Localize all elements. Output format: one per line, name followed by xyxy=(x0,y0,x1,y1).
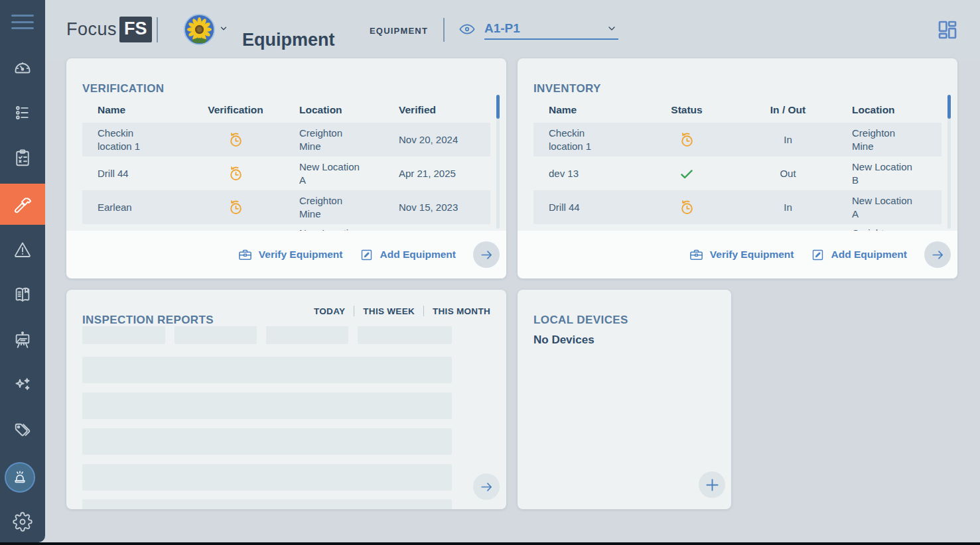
verification-card-title: VERIFICATION xyxy=(82,82,165,95)
cell-location: New Location A xyxy=(839,194,942,221)
sidebar-item-assist[interactable] xyxy=(0,371,45,400)
pencil-square-icon xyxy=(811,248,825,262)
scrollbar-thumb[interactable] xyxy=(947,95,951,119)
top-header: Focus FS xyxy=(45,0,980,60)
add-device-button[interactable] xyxy=(699,471,725,498)
eye-icon xyxy=(457,21,477,38)
page-title: Equipment xyxy=(242,30,335,50)
cell-location: Creighton Mine xyxy=(839,127,942,153)
inspection-period-tabs: TODAY THIS WEEK THIS MONTH xyxy=(314,306,490,316)
table-row[interactable]: Checkin location 1 In Creighton Mine xyxy=(533,123,942,156)
inspection-reports-title: INSPECTION REPORTS xyxy=(82,314,214,327)
table-row[interactable]: Creighton Mine xyxy=(533,224,942,231)
verification-table-header: Name Verification Location Verified xyxy=(82,98,490,123)
cell-verified: Nov 20, 2024 xyxy=(382,133,490,147)
pending-clock-icon xyxy=(227,198,245,216)
skeleton-block xyxy=(82,326,165,344)
local-devices-title: LOCAL DEVICES xyxy=(533,314,628,327)
column-header-verified: Verified xyxy=(382,103,490,117)
cell-location: New Location A xyxy=(285,160,382,187)
cell-name xyxy=(533,224,637,227)
view-select[interactable]: A1-P1 xyxy=(484,18,618,40)
sidebar-item-tasks[interactable] xyxy=(0,98,45,127)
sidebar-item-dashboard[interactable] xyxy=(0,53,45,82)
skeleton-block xyxy=(175,326,257,344)
no-devices-message: No Devices xyxy=(533,333,595,347)
arrow-right-icon xyxy=(479,247,494,263)
inventory-card: INVENTORY Name Status In / Out Location … xyxy=(518,58,957,278)
sidebar-item-training[interactable] xyxy=(0,326,45,355)
tab-this-month[interactable]: THIS MONTH xyxy=(433,306,490,316)
open-inspection-reports-arrow-button[interactable] xyxy=(473,473,500,500)
hamburger-menu-button[interactable] xyxy=(11,15,34,29)
cell-in-out: Out xyxy=(736,167,839,180)
logo-badge: FS xyxy=(119,17,152,42)
pending-clock-icon xyxy=(227,131,245,149)
warning-triangle-icon xyxy=(13,239,33,259)
check-icon xyxy=(678,165,695,182)
sidebar-item-hazards[interactable] xyxy=(0,235,45,264)
inventory-table: Name Status In / Out Location Checkin lo… xyxy=(533,98,942,231)
cell-name: Drill 44 xyxy=(533,201,637,214)
tab-today[interactable]: TODAY xyxy=(314,306,345,316)
table-row[interactable]: Earlean Creighton Mine Nov 15, 2023 xyxy=(82,190,490,224)
chevron-down-icon xyxy=(606,23,617,34)
skeleton-block xyxy=(82,428,452,455)
window-bottom-edge xyxy=(0,542,980,545)
table-row[interactable]: New Location xyxy=(82,224,490,231)
clipboard-icon xyxy=(13,148,33,168)
cell-location: Creighton Mine xyxy=(285,127,382,153)
tab-divider xyxy=(354,306,354,316)
sidebar-item-equipment[interactable] xyxy=(0,184,45,225)
tab-this-week[interactable]: THIS WEEK xyxy=(363,306,415,316)
easel-icon xyxy=(13,330,33,350)
skeleton-block xyxy=(82,499,452,509)
open-inventory-arrow-button[interactable] xyxy=(924,241,951,268)
gauge-icon xyxy=(13,58,33,78)
add-equipment-label: Add Equipment xyxy=(831,249,907,261)
logo-text: Focus xyxy=(66,19,117,40)
scrollbar-thumb[interactable] xyxy=(496,95,500,119)
skeleton-block xyxy=(358,326,452,344)
table-row[interactable]: dev 13 Out New Location B xyxy=(533,156,942,190)
cell-verified: Apr 21, 2025 xyxy=(382,167,490,180)
sidebar-item-settings[interactable] xyxy=(0,507,45,536)
pending-clock-icon xyxy=(678,131,696,149)
table-row[interactable]: Checkin location 1 Creighton Mine Nov 20… xyxy=(82,123,490,156)
verify-equipment-button[interactable]: Verify Equipment xyxy=(238,247,343,263)
verify-equipment-label: Verify Equipment xyxy=(710,249,794,261)
verification-table: Name Verification Location Verified Chec… xyxy=(82,98,490,231)
open-equipment-arrow-button[interactable] xyxy=(473,241,500,268)
toolbox-icon xyxy=(238,247,253,263)
cell-location: New Location B xyxy=(839,160,942,187)
cell-in-out xyxy=(736,224,839,227)
cell-name: Checkin location 1 xyxy=(533,127,637,153)
cell-in-out: In xyxy=(736,133,839,147)
inventory-card-footer: Verify Equipment Add Equipment xyxy=(518,231,957,278)
sidebar-item-logbook[interactable] xyxy=(0,280,45,309)
dashboard-layout-button[interactable] xyxy=(937,19,958,41)
verify-equipment-button[interactable]: Verify Equipment xyxy=(689,247,794,263)
avatar[interactable] xyxy=(184,14,215,45)
header-divider xyxy=(157,17,158,42)
column-header-name: Name xyxy=(533,103,637,117)
sidebar-item-alerts[interactable] xyxy=(5,462,35,493)
add-equipment-button[interactable]: Add Equipment xyxy=(360,248,456,262)
add-equipment-button[interactable]: Add Equipment xyxy=(811,248,907,262)
cell-name: Drill 44 xyxy=(82,167,186,180)
cell-name xyxy=(82,224,186,227)
sidebar-item-inspections[interactable] xyxy=(0,143,45,172)
inventory-table-header: Name Status In / Out Location xyxy=(533,98,942,123)
cell-location: Creighton Mine xyxy=(839,224,942,231)
column-header-verification: Verification xyxy=(186,103,285,117)
pending-clock-icon xyxy=(227,164,245,182)
skeleton-block xyxy=(266,326,348,344)
header-divider xyxy=(443,18,445,42)
sidebar-item-tags[interactable] xyxy=(0,416,45,446)
column-header-location: Location xyxy=(839,103,942,117)
skeleton-block xyxy=(82,464,452,491)
table-row[interactable]: Drill 44 New Location A Apr 21, 2025 xyxy=(82,156,490,190)
skeleton-block xyxy=(82,393,452,419)
table-row[interactable]: Drill 44 In New Location A xyxy=(533,190,942,224)
cell-in-out: In xyxy=(736,201,839,214)
